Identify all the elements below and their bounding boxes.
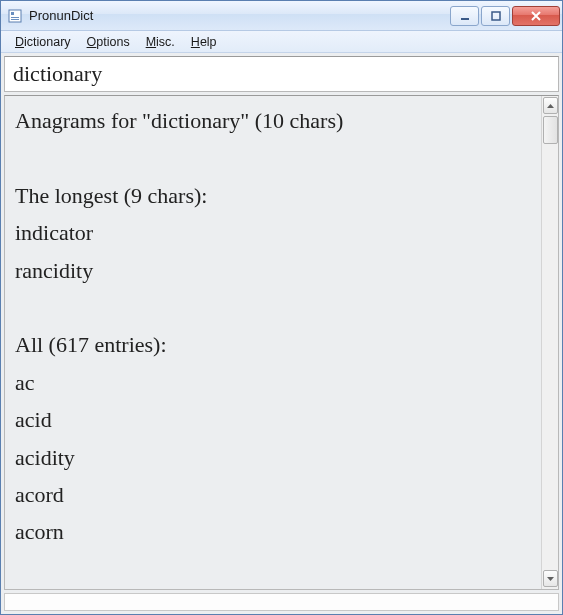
svg-rect-2 xyxy=(11,17,19,18)
svg-rect-1 xyxy=(11,12,14,15)
app-icon xyxy=(7,8,23,24)
statusbar xyxy=(4,593,559,611)
main-window: PronunDict Dictionary Options Misc. Help… xyxy=(0,0,563,615)
list-item: indicator xyxy=(15,214,531,251)
results-heading: Anagrams for "dictionary" (10 chars) xyxy=(15,102,531,139)
menu-dictionary[interactable]: Dictionary xyxy=(7,33,79,51)
list-item: acord xyxy=(15,476,531,513)
all-heading: All (617 entries): xyxy=(15,326,531,363)
menu-help[interactable]: Help xyxy=(183,33,225,51)
results-panel: Anagrams for "dictionary" (10 chars) The… xyxy=(4,95,559,590)
window-controls xyxy=(450,6,560,26)
svg-rect-0 xyxy=(9,10,21,22)
list-item: acid xyxy=(15,401,531,438)
list-item: rancidity xyxy=(15,252,531,289)
menu-misc[interactable]: Misc. xyxy=(138,33,183,51)
titlebar[interactable]: PronunDict xyxy=(1,1,562,31)
scroll-down-button[interactable] xyxy=(543,570,558,587)
menubar: Dictionary Options Misc. Help xyxy=(1,31,562,53)
scrollbar[interactable] xyxy=(541,96,558,589)
scroll-thumb[interactable] xyxy=(543,116,558,144)
longest-heading: The longest (9 chars): xyxy=(15,177,531,214)
menu-options[interactable]: Options xyxy=(79,33,138,51)
list-item: ac xyxy=(15,364,531,401)
svg-rect-5 xyxy=(492,12,500,20)
svg-rect-3 xyxy=(11,19,19,20)
results-content[interactable]: Anagrams for "dictionary" (10 chars) The… xyxy=(5,96,541,589)
minimize-button[interactable] xyxy=(450,6,479,26)
window-title: PronunDict xyxy=(29,8,450,23)
list-item: acidity xyxy=(15,439,531,476)
scroll-up-button[interactable] xyxy=(543,97,558,114)
client-area: Anagrams for "dictionary" (10 chars) The… xyxy=(1,53,562,614)
svg-rect-4 xyxy=(461,18,469,20)
maximize-button[interactable] xyxy=(481,6,510,26)
list-item: acorn xyxy=(15,513,531,550)
search-input[interactable] xyxy=(4,56,559,92)
close-button[interactable] xyxy=(512,6,560,26)
